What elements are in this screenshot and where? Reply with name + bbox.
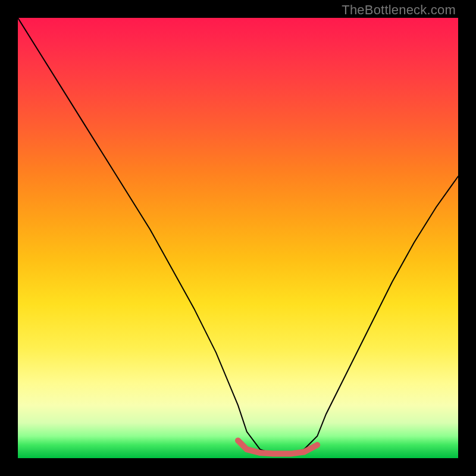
chart-frame: TheBottleneck.com [0,0,476,476]
chart-plot-area [18,18,458,458]
bottleneck-curve [18,18,458,454]
watermark-text: TheBottleneck.com [342,2,456,18]
optimal-zone-marker [238,440,317,453]
curve-layer [18,18,458,458]
